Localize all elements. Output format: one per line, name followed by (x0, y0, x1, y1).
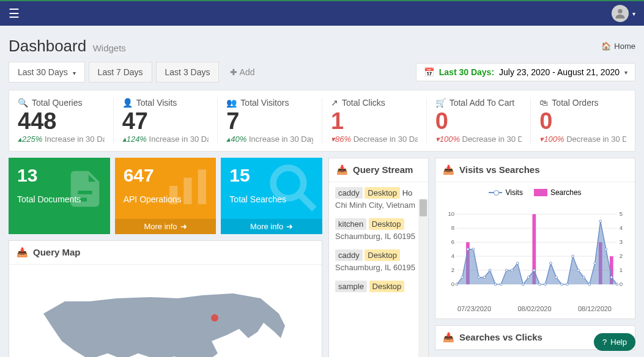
svg-point-54 (594, 262, 596, 265)
svg-point-44 (538, 283, 541, 285)
legend-label: Visits (505, 188, 522, 197)
svg-text:0: 0 (451, 281, 454, 287)
chevron-down-icon: ▾ (73, 70, 76, 76)
inbox-icon: 📥 (443, 164, 454, 175)
tile-orange[interactable]: 647 API Operations More info ➜ (115, 158, 217, 234)
svg-text:3: 3 (620, 238, 623, 245)
svg-point-33 (478, 276, 480, 279)
panel-title: Visits vs Searches (459, 164, 539, 175)
tile-blue[interactable]: 15 Total Searches More info ➜ (221, 158, 322, 234)
svg-rect-1 (169, 186, 177, 204)
svg-point-35 (489, 269, 491, 271)
range-text: July 23, 2020 - August 21, 2020 (499, 67, 620, 77)
svg-point-37 (500, 283, 502, 285)
svg-text:0: 0 (620, 281, 623, 287)
svg-point-42 (527, 276, 530, 279)
stat-card: ↗Total Clicks 1 86% Decrease in 30 Days (322, 98, 427, 144)
inbox-icon: 📥 (443, 332, 454, 343)
svg-text:2: 2 (451, 267, 454, 273)
stat-value: 1 (331, 109, 418, 134)
x-label: 08/12/2020 (578, 305, 612, 312)
chart-legend: Visits Searches (442, 188, 629, 197)
avatar (612, 5, 629, 22)
tabs: Last 30 Days ▾ Last 7 Days Last 3 Days ✚… (9, 62, 262, 83)
stat-label: Total Clicks (342, 98, 385, 108)
page-subtitle: Widgets (93, 43, 126, 53)
arrow-right-icon: ➜ (180, 222, 187, 231)
svg-point-46 (550, 262, 552, 265)
stat-pct: 100% (435, 134, 460, 144)
inbox-icon: 📥 (17, 247, 28, 258)
svg-point-55 (599, 220, 602, 223)
range-label: Last 30 Days: (439, 67, 494, 77)
query-location: Chi Minh City, Vietnam (335, 201, 422, 210)
tile-bg-icon (267, 161, 319, 222)
query-stream-list: caddy Desktop HoChi Minh City, Vietnamki… (329, 182, 428, 306)
svg-point-38 (505, 269, 508, 271)
usa-map (31, 268, 300, 357)
svg-text:6: 6 (451, 238, 454, 245)
svg-text:2: 2 (620, 252, 623, 259)
user-icon: 👤 (122, 98, 133, 108)
date-range-picker[interactable]: 📅 Last 30 Days: July 23, 2020 - August 2… (416, 63, 635, 81)
x-label: 08/02/2020 (517, 305, 551, 312)
visits-searches-chart[interactable]: 0246810 012345 (442, 202, 629, 303)
user-menu[interactable]: ▾ (612, 5, 635, 22)
device-tag: Desktop (365, 187, 400, 199)
svg-line-5 (299, 194, 314, 209)
svg-point-43 (533, 269, 535, 271)
legend-swatch-bar (534, 189, 547, 196)
stat-pct: 100% (539, 134, 564, 144)
svg-point-56 (605, 248, 607, 251)
top-bar: ☰ ▾ (0, 0, 644, 26)
external-icon: ↗ (331, 98, 338, 108)
tile-green[interactable]: 13 Total Documents ➜ (9, 158, 110, 234)
more-info-link[interactable]: More info ➜ (115, 219, 217, 234)
bag-icon: 🛍 (539, 98, 548, 108)
query-stream-item[interactable]: caddy DesktopSchaumburg, IL 60195 (335, 249, 422, 272)
stat-card: 👤Total Visits 47 124% Increase in 30 Day… (114, 98, 218, 144)
query-stream-item[interactable]: sample Desktop (335, 281, 422, 292)
svg-point-48 (561, 283, 563, 285)
stat-label: Total Visitors (240, 98, 289, 108)
stats-row: 🔍Total Queries 448 225% Increase in 30 D… (9, 90, 635, 152)
query-map-panel: 📥Query Map (9, 240, 322, 357)
hamburger-icon[interactable]: ☰ (9, 6, 20, 21)
help-button[interactable]: ?Help (594, 333, 635, 351)
device-tag: Desktop (369, 281, 405, 292)
svg-point-36 (494, 283, 497, 285)
panel-title: Searches vs Clicks (459, 332, 542, 342)
stat-card: 🔍Total Queries 448 225% Increase in 30 D… (9, 98, 114, 144)
svg-point-51 (577, 269, 580, 271)
stat-value: 7 (226, 109, 313, 134)
scroll-thumb[interactable] (420, 199, 427, 216)
stat-card: 🛍Total Orders 0 100% Decrease in 30 Days (531, 98, 635, 144)
x-label: 07/23/2020 (457, 305, 491, 312)
tab-3days[interactable]: Last 3 Days (156, 62, 220, 83)
svg-point-4 (273, 167, 304, 198)
add-tab-button[interactable]: ✚ Add (223, 62, 262, 83)
map-body[interactable] (9, 265, 322, 357)
query-tag: sample (335, 281, 367, 292)
tab-30days[interactable]: Last 30 Days ▾ (9, 62, 85, 83)
svg-point-49 (566, 283, 569, 285)
svg-text:10: 10 (448, 210, 454, 217)
tab-7days[interactable]: Last 7 Days (89, 62, 152, 83)
query-stream-item[interactable]: caddy Desktop HoChi Minh City, Vietnam (335, 187, 422, 210)
device-tag: Desktop (369, 218, 404, 230)
stat-change-text: Decrease in 30 Days (462, 134, 522, 144)
chevron-down-icon: ▾ (624, 69, 627, 76)
search-icon: 🔍 (18, 98, 28, 108)
query-stream-item[interactable]: kitchen DesktopSchaumburg, IL 60195 (335, 218, 422, 241)
stat-change-text: Increase in 30 Days (149, 134, 209, 144)
users-icon: 👥 (226, 98, 237, 108)
svg-point-32 (472, 248, 475, 251)
breadcrumb[interactable]: 🏠 Home (601, 42, 635, 51)
visits-searches-panel: 📥Visits vs Searches Visits Searches 0246… (435, 158, 635, 319)
calendar-icon: 📅 (424, 67, 434, 77)
svg-point-53 (588, 283, 591, 285)
tile-bg-icon (163, 161, 212, 219)
svg-rect-3 (198, 169, 206, 204)
more-info-link[interactable]: More info ➜ (221, 219, 322, 234)
scrollbar[interactable] (418, 199, 428, 357)
